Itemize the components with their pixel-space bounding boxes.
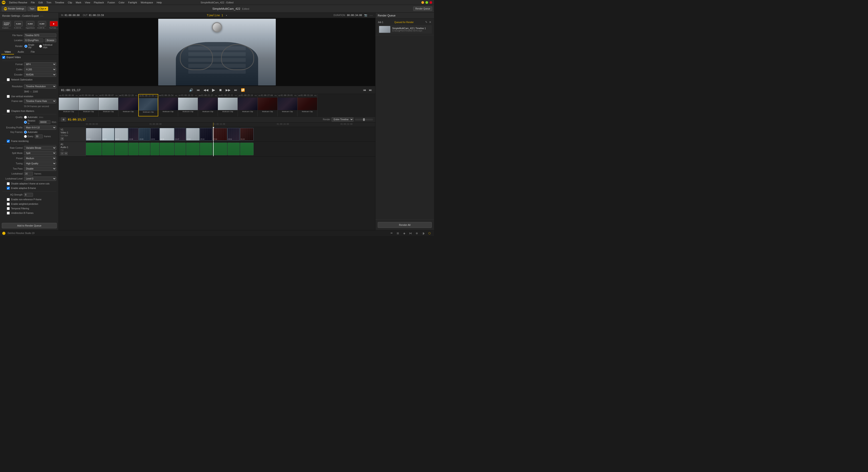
- video-timeline-clip-8[interactable]: 21:27: [175, 128, 186, 140]
- frame-rate-select[interactable]: Timeline Frame Rate: [24, 99, 56, 103]
- tab-video[interactable]: Video: [1, 50, 14, 55]
- audio-timeline-clip-2[interactable]: [102, 143, 114, 155]
- two-pass-select[interactable]: Disable: [24, 167, 56, 171]
- audio-timeline-clip-8[interactable]: [175, 143, 186, 155]
- temporal-filtering-checkbox[interactable]: [7, 207, 10, 210]
- video-timeline-clip-2[interactable]: 04:44: [102, 128, 114, 140]
- audio-timeline-clip-10[interactable]: [200, 143, 212, 155]
- render-panel-options-icon[interactable]: ···: [40, 14, 43, 18]
- menu-color[interactable]: Color: [119, 1, 125, 4]
- status-inspector-icon[interactable]: ⬡: [427, 231, 432, 235]
- timeline-scrubber[interactable]: [355, 119, 373, 121]
- audio-timeline-clip-1[interactable]: [86, 143, 102, 155]
- clip-strip-item-3[interactable]: 03 01:00:08:07 V1 Multicam Clip: [98, 94, 119, 117]
- video-timeline-clip-1[interactable]: 00:00: [86, 128, 102, 140]
- video-track-content[interactable]: 00:00 04:44 08:07 12:28 15:09 16:54 18:3…: [86, 127, 375, 141]
- clip-strip-item-6[interactable]: 06 01:00:16:54 V1 Multicam Clip: [158, 94, 178, 117]
- preset-h264-master[interactable]: H.264 H.264 Master: [13, 21, 24, 29]
- quality-value-input[interactable]: [39, 120, 51, 124]
- aq-strength-input[interactable]: [24, 193, 33, 197]
- video-timeline-clip-11[interactable]: 27:04: [213, 128, 227, 140]
- audio-timeline-clip-7[interactable]: [160, 143, 174, 155]
- key-frames-value-input[interactable]: [35, 134, 43, 138]
- unidirection-bframes-checkbox[interactable]: [7, 212, 10, 215]
- split-mode-select[interactable]: Split: [24, 151, 56, 155]
- audio-timeline-clip-3[interactable]: [115, 143, 128, 155]
- disable-adaptive-iframe-checkbox[interactable]: [7, 182, 10, 185]
- audio-timeline-clip-12[interactable]: [227, 143, 240, 155]
- preset-youtube[interactable]: ▶ YouTube 10...: [49, 21, 59, 29]
- menu-trim[interactable]: Trim: [46, 1, 51, 4]
- video-timeline-clip-13[interactable]: 31:24: [240, 128, 254, 140]
- single-clip-radio[interactable]: Single clip: [24, 43, 37, 49]
- clip-strip-item-10[interactable]: 10 01:00:25:16 V1 Multicam Clip: [238, 94, 258, 117]
- minimize-button[interactable]: [421, 1, 424, 4]
- frame-reordering-checkbox[interactable]: [7, 140, 10, 143]
- codec-select[interactable]: H.265: [24, 67, 56, 72]
- audio-mute-button[interactable]: M: [64, 152, 68, 155]
- audio-timeline-clip-13[interactable]: [240, 143, 254, 155]
- go-to-in-button[interactable]: ⏮: [362, 88, 367, 92]
- individual-clips-radio[interactable]: Individual clips: [39, 43, 56, 49]
- clip-strip-item-11[interactable]: 11 01:00:27:04 V1 Multicam Clip: [258, 94, 278, 117]
- preview-options-icon[interactable]: ···: [370, 13, 373, 17]
- menu-davinci[interactable]: DaVinci Resolve: [9, 1, 27, 4]
- tab-audio[interactable]: Audio: [14, 50, 27, 55]
- lookahead-level-select[interactable]: Level 0: [24, 177, 56, 181]
- use-vertical-checkbox[interactable]: [7, 95, 10, 98]
- video-timeline-clip-9[interactable]: 23:32: [186, 128, 199, 140]
- clip-strip-item-8[interactable]: 08 01:00:21:27 V1 Multicam Clip: [198, 94, 218, 117]
- render-range-select[interactable]: Entire Timeline: [332, 117, 353, 122]
- clip-strip-item-2[interactable]: 02 01:00:04:44 V1 Multicam Clip: [79, 94, 98, 117]
- video-timeline-clip-7[interactable]: 18:32: [160, 128, 174, 140]
- audio-track-content[interactable]: [86, 142, 375, 156]
- clip-strip-item-1[interactable]: 01 01:00:00:00 V1 Multicam Clip: [59, 94, 79, 117]
- clips-button[interactable]: Clips ▾: [37, 6, 48, 11]
- enable-adaptive-bframe-checkbox[interactable]: [7, 187, 10, 190]
- video-timeline-clip-3[interactable]: 08:07: [115, 128, 128, 140]
- audio-timeline-clip-4[interactable]: [128, 143, 138, 155]
- go-to-start-button[interactable]: ⏮: [196, 88, 201, 92]
- key-frames-auto-radio[interactable]: Automatic: [24, 131, 37, 134]
- clip-strip-item-13[interactable]: 13 01:00:31:24 V1 Multicam Clip: [298, 94, 317, 117]
- resolution-select[interactable]: Timeline Resolution: [24, 84, 56, 89]
- key-frames-every-input[interactable]: [24, 135, 27, 138]
- render-settings-button[interactable]: DR Render Settings: [2, 6, 26, 11]
- rq-edit-button[interactable]: ✎: [425, 20, 428, 24]
- video-timeline-clip-5[interactable]: 15:09: [139, 128, 150, 140]
- encoder-select[interactable]: NVIDIA: [24, 72, 56, 77]
- clip-strip-item-12[interactable]: 12 01:00:29:01 V1 Multicam Clip: [278, 94, 298, 117]
- quality-auto-input[interactable]: [24, 116, 27, 119]
- export-video-checkbox[interactable]: [2, 56, 5, 59]
- step-back-button[interactable]: ◀◀: [203, 88, 209, 92]
- render-queue-button[interactable]: Render Queue: [413, 6, 432, 11]
- key-frames-auto-input[interactable]: [24, 131, 27, 134]
- enable-weighted-pred-checkbox[interactable]: [7, 202, 10, 206]
- status-trim-icon[interactable]: ◈: [402, 231, 406, 235]
- rate-control-select[interactable]: Variable Bitrate: [24, 146, 56, 150]
- chapters-checkbox[interactable]: [7, 109, 10, 113]
- single-clip-radio-input[interactable]: [24, 45, 27, 48]
- audio-toggle-button[interactable]: 🔊: [188, 88, 194, 92]
- render-all-button[interactable]: Render All: [378, 222, 432, 228]
- menu-mark[interactable]: Mark: [76, 1, 81, 4]
- status-slip-icon[interactable]: ⋈: [408, 231, 413, 235]
- video-timeline-clip-6[interactable]: 16:54: [150, 128, 159, 140]
- status-retime-icon[interactable]: ⊗: [414, 231, 419, 235]
- play-button[interactable]: ▶: [211, 87, 216, 93]
- quality-restrict-input[interactable]: [24, 121, 27, 124]
- status-ripple-icon[interactable]: ⊞: [396, 231, 400, 235]
- maximize-button[interactable]: [426, 1, 428, 4]
- audio-timeline-clip-5[interactable]: [139, 143, 150, 155]
- quality-auto-radio[interactable]: Automatic: [24, 116, 37, 119]
- audio-timeline-clip-11[interactable]: [213, 143, 227, 155]
- menu-playback[interactable]: Playback: [94, 1, 104, 4]
- menu-help[interactable]: Help: [157, 1, 162, 4]
- menu-fusion[interactable]: Fusion: [107, 1, 115, 4]
- preset-select[interactable]: Medium: [24, 156, 56, 160]
- loop-button[interactable]: 🔁: [240, 88, 246, 92]
- go-to-out-button[interactable]: ⏭: [368, 88, 373, 92]
- status-color-icon[interactable]: ◑: [421, 231, 426, 235]
- menu-clip[interactable]: Clip: [68, 1, 72, 4]
- key-frames-every-radio[interactable]: Every: [24, 135, 33, 138]
